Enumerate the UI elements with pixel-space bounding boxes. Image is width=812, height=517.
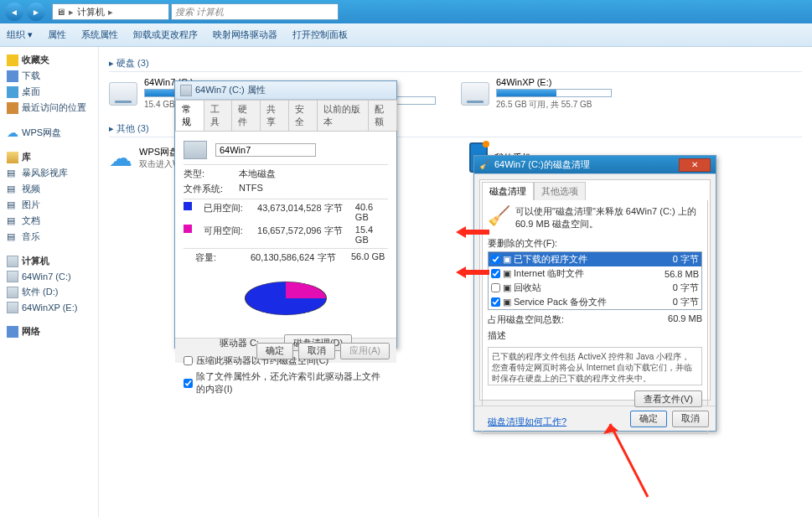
sidebar-libraries-head[interactable]: 库	[7, 149, 91, 165]
network-icon	[7, 326, 18, 338]
dialog-titlebar[interactable]: 64Win7 (C:) 属性	[175, 81, 396, 100]
recent-icon	[7, 102, 18, 114]
sidebar-item-recent[interactable]: 最近访问的位置	[7, 100, 91, 116]
sidebar-item-documents[interactable]: ▤文档	[7, 213, 91, 229]
drive-icon	[461, 82, 489, 106]
address-bar[interactable]: 🖥 ▸ 计算机 ▸	[52, 3, 169, 20]
download-icon	[7, 70, 18, 82]
star-icon	[7, 54, 18, 66]
sidebar-drive-e[interactable]: 64WinXP (E:)	[7, 300, 91, 315]
breadcrumb: 计算机	[77, 6, 105, 18]
navigation-pane: 收藏夹 下载 桌面 最近访问的位置 ☁WPS网盘 库 ▤暴风影视库 ▤视频 ▤图…	[0, 47, 99, 517]
ok-button[interactable]: 确定	[630, 411, 667, 427]
computer-icon	[7, 256, 18, 267]
file-icon: ▣	[503, 297, 511, 308]
free-label: 可用空间:	[204, 225, 249, 245]
properties-dialog: 64Win7 (C:) 属性 常规 工具 硬件 共享 安全 以前的版本 配额 类…	[174, 80, 397, 349]
drive-icon	[180, 85, 192, 96]
list-item[interactable]: ▣Internet 临时文件56.8 MB	[489, 266, 701, 281]
sidebar-favorites-head[interactable]: 收藏夹	[7, 52, 91, 68]
file-checkbox[interactable]	[491, 297, 500, 307]
list-item[interactable]: ▣已下载的程序文件0 字节	[489, 252, 701, 266]
computer-icon: 🖥	[56, 7, 65, 17]
tab-more-options[interactable]: 其他选项	[534, 182, 586, 200]
music-icon: ▤	[7, 231, 18, 243]
file-icon: ▣	[503, 282, 511, 293]
compress-checkbox[interactable]	[184, 356, 193, 365]
toolbar: 组织 ▾ 属性 系统属性 卸载或更改程序 映射网络驱动器 打开控制面板	[0, 23, 812, 47]
tab-tools[interactable]: 工具	[204, 100, 233, 131]
sidebar-wps[interactable]: ☁WPS网盘	[7, 124, 91, 141]
film-icon: ▤	[7, 184, 18, 195]
organize-menu[interactable]: 组织 ▾	[7, 28, 33, 41]
document-icon: ▤	[7, 215, 18, 227]
drive-icon	[7, 287, 18, 298]
drives-section-head[interactable]: ▸ 硬盘 (3)	[109, 57, 802, 72]
tab-hardware[interactable]: 硬件	[231, 100, 261, 131]
free-bytes: 16,657,572,096 字节	[257, 225, 347, 245]
tab-general[interactable]: 常规	[175, 100, 204, 131]
tab-security[interactable]: 安全	[288, 100, 318, 131]
free-gb: 15.4 GB	[355, 225, 388, 245]
sidebar-item-downloads[interactable]: 下载	[7, 68, 91, 84]
cloud-icon: ☁	[7, 126, 18, 139]
used-label: 已用空间:	[204, 202, 249, 222]
apply-button[interactable]: 应用(A)	[340, 343, 390, 359]
drive-name-input[interactable]	[215, 143, 316, 157]
tab-quota[interactable]: 配额	[368, 100, 397, 131]
drive-icon	[184, 141, 207, 159]
drive-icon	[109, 82, 137, 106]
file-checkbox[interactable]	[491, 255, 500, 264]
free-legend-icon	[184, 225, 192, 233]
sidebar-drive-d[interactable]: 软件 (D:)	[7, 284, 91, 300]
dialog-titlebar[interactable]: 🧹 64Win7 (C:)的磁盘清理 ✕	[474, 156, 716, 174]
list-item[interactable]: ▣缩略图文件0 字节	[489, 309, 701, 310]
used-gb: 40.6 GB	[355, 202, 388, 222]
view-files-button[interactable]: 查看文件(V)	[634, 390, 702, 407]
nav-forward-button[interactable]: ►	[27, 3, 45, 21]
cloud-icon: ☁	[109, 144, 132, 172]
tab-prev-versions[interactable]: 以前的版本	[317, 100, 370, 131]
search-input[interactable]: 搜索 计算机	[171, 3, 339, 20]
file-checkbox[interactable]	[491, 283, 500, 292]
how-works-link[interactable]: 磁盘清理如何工作?	[488, 416, 566, 427]
pie-drive-label: 驱动器 C:	[220, 337, 259, 349]
control-panel-button[interactable]: 打开控制面板	[292, 28, 348, 41]
sidebar-item-desktop[interactable]: 桌面	[7, 84, 91, 100]
system-properties-button[interactable]: 系统属性	[81, 28, 118, 41]
usage-pie-chart	[245, 282, 327, 315]
cancel-button[interactable]: 取消	[298, 343, 335, 359]
cleanup-icon: 🧹	[488, 205, 510, 230]
list-item[interactable]: ▣Service Pack 备份文件0 字节	[489, 295, 701, 309]
list-item[interactable]: ▣回收站0 字节	[489, 281, 701, 295]
drive-e[interactable]: 64WinXP (E:) 26.5 GB 可用, 共 55.7 GB	[461, 77, 612, 111]
index-checkbox[interactable]	[184, 379, 193, 388]
cleanup-icon: 🧹	[479, 159, 491, 170]
sidebar-item-baofeng[interactable]: ▤暴风影视库	[7, 165, 91, 181]
map-drive-button[interactable]: 映射网络驱动器	[213, 28, 277, 41]
file-list-label: 要删除的文件(F):	[488, 237, 702, 250]
library-icon	[7, 152, 18, 163]
tab-sharing[interactable]: 共享	[260, 100, 289, 131]
close-button[interactable]: ✕	[679, 158, 711, 172]
nav-back-button[interactable]: ◄	[5, 3, 23, 21]
video-icon: ▤	[7, 168, 18, 179]
sidebar-item-pictures[interactable]: ▤图片	[7, 197, 91, 213]
dialog-tabs: 常规 工具 硬件 共享 安全 以前的版本 配额	[175, 100, 396, 132]
cleanup-file-list[interactable]: ▣已下载的程序文件0 字节 ▣Internet 临时文件56.8 MB ▣回收站…	[488, 251, 702, 310]
sidebar-item-videos[interactable]: ▤视频	[7, 181, 91, 197]
file-checkbox[interactable]	[491, 269, 500, 278]
drive-label: 64WinXP (E:)	[496, 77, 612, 87]
uninstall-button[interactable]: 卸载或更改程序	[133, 28, 198, 41]
file-icon: ▣	[503, 254, 511, 265]
properties-button[interactable]: 属性	[48, 28, 66, 41]
cancel-button[interactable]: 取消	[672, 411, 709, 427]
sidebar-drive-c[interactable]: 64Win7 (C:)	[7, 269, 91, 284]
tab-disk-cleanup[interactable]: 磁盘清理	[482, 182, 534, 200]
sidebar-item-music[interactable]: ▤音乐	[7, 229, 91, 245]
sidebar-network-head[interactable]: 网络	[7, 323, 91, 339]
sidebar-computer-head[interactable]: 计算机	[7, 253, 91, 269]
cleanup-info-text: 可以使用"磁盘清理"来释放 64Win7 (C:) 上的 60.9 MB 磁盘空…	[515, 205, 702, 230]
ok-button[interactable]: 确定	[256, 343, 293, 359]
fs-value: NTFS	[239, 183, 263, 195]
